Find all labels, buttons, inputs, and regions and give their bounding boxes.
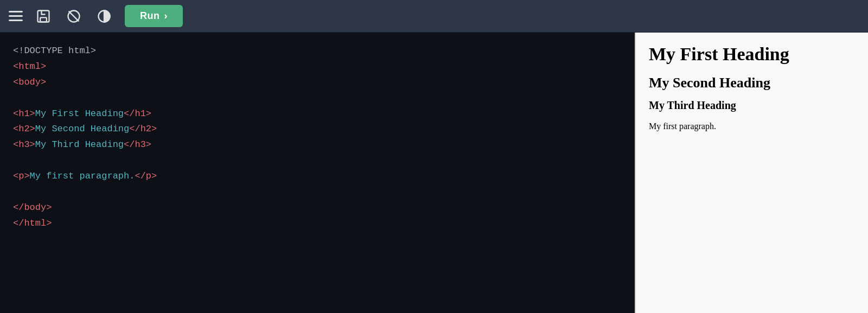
- preview-p: My first paragraph.: [649, 119, 855, 133]
- h2-open-tag: <h2>: [13, 124, 35, 134]
- code-line-2: <html>: [13, 59, 622, 75]
- h3-content: My Third Heading: [35, 139, 124, 150]
- h1-close-tag: </h1>: [124, 108, 151, 119]
- save-icon[interactable]: [34, 7, 53, 26]
- svg-rect-0: [38, 10, 49, 22]
- preview-h3: My Third Heading: [649, 99, 855, 112]
- doctype-text: <!DOCTYPE html>: [13, 46, 96, 56]
- h3-close-tag: </h3>: [124, 139, 151, 150]
- code-editor[interactable]: <!DOCTYPE html> <html> <body> <h1>My Fir…: [0, 33, 635, 313]
- h1-open-tag: <h1>: [13, 108, 35, 119]
- run-button[interactable]: Run ›: [125, 5, 183, 27]
- h3-open-tag: <h3>: [13, 139, 35, 150]
- run-chevron-icon: ›: [164, 10, 168, 22]
- html-close-tag: </html>: [13, 218, 52, 228]
- code-line-5: <h1>My First Heading</h1>: [13, 106, 622, 122]
- body-open-tag: <body>: [13, 77, 46, 87]
- h1-content: My First Heading: [35, 108, 124, 119]
- code-line-6: <h2>My Second Heading</h2>: [13, 122, 622, 137]
- contrast-icon[interactable]: [94, 7, 114, 26]
- code-line-9: <p>My first paragraph.</p>: [13, 169, 622, 184]
- p-content: My first paragraph.: [30, 171, 135, 181]
- preview-panel: My First Heading My Second Heading My Th…: [635, 33, 868, 313]
- svg-line-3: [69, 11, 79, 21]
- preview-h1: My First Heading: [649, 43, 855, 66]
- toolbar: Run ›: [0, 0, 868, 33]
- h2-close-tag: </h2>: [129, 124, 157, 134]
- code-line-1: <!DOCTYPE html>: [13, 43, 622, 59]
- code-line-3: <body>: [13, 75, 622, 91]
- html-open-tag: <html>: [13, 61, 46, 72]
- hamburger-icon[interactable]: [9, 11, 23, 21]
- body-close-tag: </body>: [13, 202, 52, 213]
- svg-rect-1: [40, 17, 47, 22]
- code-line-4: [13, 91, 622, 106]
- code-line-12: </html>: [13, 216, 622, 232]
- code-line-7: <h3>My Third Heading</h3>: [13, 137, 622, 153]
- rotate-icon[interactable]: [64, 7, 84, 26]
- run-label: Run: [140, 10, 160, 22]
- p-close-tag: </p>: [135, 171, 157, 181]
- main-content: <!DOCTYPE html> <html> <body> <h1>My Fir…: [0, 33, 868, 313]
- h2-content: My Second Heading: [35, 124, 129, 134]
- p-open-tag: <p>: [13, 171, 30, 181]
- preview-h2: My Second Heading: [649, 74, 855, 91]
- code-line-11: </body>: [13, 200, 622, 216]
- code-line-8: [13, 153, 622, 169]
- code-line-10: [13, 184, 622, 200]
